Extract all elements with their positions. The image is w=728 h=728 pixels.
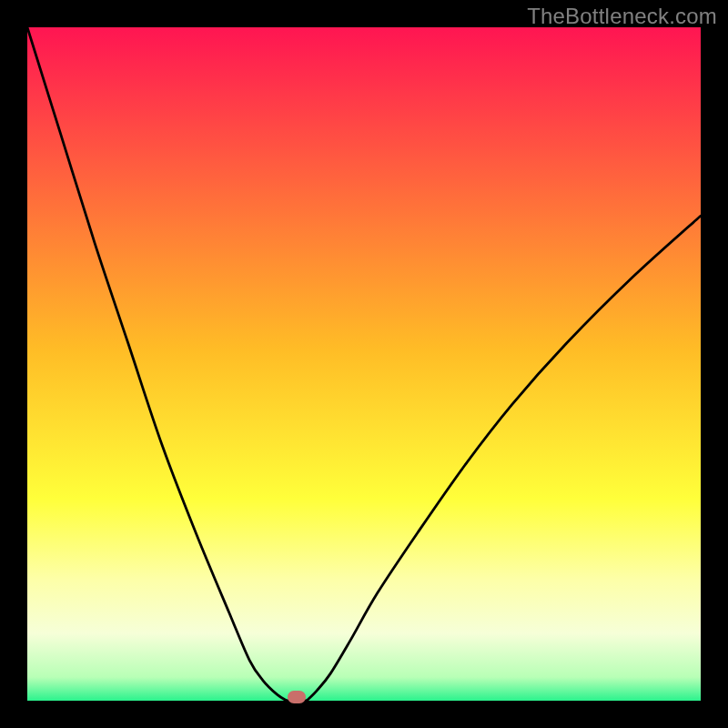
bottleneck-marker — [288, 691, 306, 703]
bottleneck-chart — [27, 27, 701, 701]
watermark-text: TheBottleneck.com — [527, 4, 717, 29]
chart-frame: TheBottleneck.com — [0, 0, 728, 728]
chart-background — [27, 27, 701, 701]
